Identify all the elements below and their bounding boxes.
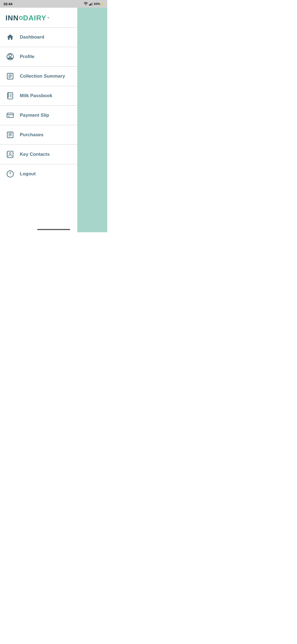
collection-icon bbox=[6, 72, 15, 81]
purchases-icon bbox=[6, 130, 15, 140]
logo-o-circle bbox=[19, 16, 23, 20]
battery-icon: 63%⚡ bbox=[94, 2, 104, 6]
logo-dairy: DAIRY bbox=[23, 14, 46, 22]
profile-label: Profile bbox=[20, 54, 34, 59]
svg-rect-1 bbox=[90, 4, 91, 6]
collection-summary-label: Collection Summary bbox=[20, 73, 65, 79]
nav-list: Dashboard Profile bbox=[0, 28, 77, 232]
signal-icon bbox=[89, 2, 93, 6]
sidebar-item-purchases[interactable]: Purchases bbox=[0, 125, 77, 145]
home-icon bbox=[6, 32, 15, 42]
logo-inno: INN bbox=[6, 14, 19, 22]
svg-rect-3 bbox=[92, 2, 93, 6]
sidebar-item-logout[interactable]: Logout bbox=[0, 164, 77, 184]
right-overlay-panel bbox=[77, 8, 107, 232]
milk-passbook-label: Milk Passbook bbox=[20, 93, 52, 99]
svg-rect-0 bbox=[89, 4, 90, 6]
logout-icon bbox=[6, 169, 15, 179]
svg-point-22 bbox=[9, 152, 11, 154]
profile-icon bbox=[6, 52, 15, 61]
sidebar-item-milk-passbook[interactable]: Milk Passbook bbox=[0, 86, 77, 106]
logo-tm: ™ bbox=[47, 17, 50, 20]
sidebar-item-profile[interactable]: Profile bbox=[0, 47, 77, 67]
status-bar: 18:44 63%⚡ bbox=[0, 0, 107, 8]
purchases-label: Purchases bbox=[20, 132, 43, 138]
status-icons: 63%⚡ bbox=[84, 2, 104, 6]
svg-rect-2 bbox=[91, 3, 92, 6]
payment-icon bbox=[6, 111, 15, 120]
sidebar-item-collection-summary[interactable]: Collection Summary bbox=[0, 67, 77, 86]
svg-rect-16 bbox=[7, 132, 13, 138]
key-contacts-label: Key Contacts bbox=[20, 152, 50, 157]
payment-slip-label: Payment Slip bbox=[20, 113, 49, 118]
bottom-indicator bbox=[37, 229, 70, 230]
svg-point-4 bbox=[9, 54, 11, 57]
passbook-icon bbox=[6, 91, 15, 100]
sidebar-item-key-contacts[interactable]: Key Contacts bbox=[0, 145, 77, 164]
sidebar: INN DAIRY ™ Dashboard bbox=[0, 8, 77, 232]
logout-label: Logout bbox=[20, 171, 36, 177]
svg-rect-13 bbox=[7, 113, 13, 118]
wifi-icon bbox=[84, 2, 88, 6]
status-time: 18:44 bbox=[3, 2, 12, 6]
dashboard-label: Dashboard bbox=[20, 34, 44, 40]
main-container: INN DAIRY ™ Dashboard bbox=[0, 8, 107, 232]
logo-area: INN DAIRY ™ bbox=[0, 8, 77, 27]
logo: INN DAIRY ™ bbox=[6, 14, 72, 22]
sidebar-item-dashboard[interactable]: Dashboard bbox=[0, 28, 77, 47]
sidebar-item-payment-slip[interactable]: Payment Slip bbox=[0, 106, 77, 125]
contacts-icon bbox=[6, 150, 15, 159]
